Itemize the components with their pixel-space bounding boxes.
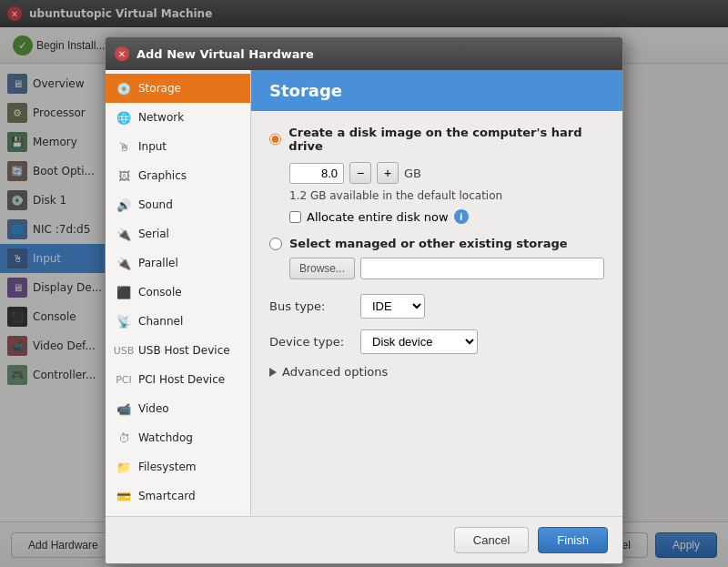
hw-item-smartcard[interactable]: 💳 Smartcard (106, 481, 250, 511)
hw-video-label: Video (138, 402, 169, 415)
hw-item-input[interactable]: 🖱 Input (106, 132, 250, 161)
input-hw-icon: 🖱 (115, 137, 133, 156)
managed-storage-label: Select managed or other existing storage (289, 237, 568, 250)
available-text: 1.2 GB available in the default location (289, 189, 604, 202)
hw-item-channel[interactable]: 📡 Channel (106, 307, 250, 336)
create-disk-radio-row: Create a disk image on the computer's ha… (269, 126, 604, 153)
hw-storage-label: Storage (138, 82, 181, 95)
disk-unit-label: GB (404, 167, 421, 180)
browse-button[interactable]: Browse... (289, 258, 355, 279)
hardware-list: 💿 Storage 🌐 Network 🖱 Input 🖼 Graphics 🔊… (106, 70, 251, 516)
device-type-label: Device type: (269, 335, 351, 349)
advanced-options-toggle[interactable]: Advanced options (269, 365, 604, 379)
dialog-footer: Cancel Finish (106, 516, 622, 563)
dialog-titlebar: ✕ Add New Virtual Hardware (106, 37, 622, 70)
console-hw-icon: ⬛ (115, 283, 133, 301)
channel-icon: 📡 (115, 312, 133, 330)
managed-storage-radio[interactable] (269, 238, 282, 250)
device-type-row: Device type: Disk device CDROM device Fl… (269, 329, 604, 354)
disk-size-input[interactable]: 8.0 (289, 163, 344, 184)
hw-console-label: Console (138, 286, 182, 299)
hw-item-pci-host[interactable]: PCI PCI Host Device (106, 365, 250, 394)
dialog-body: 💿 Storage 🌐 Network 🖱 Input 🖼 Graphics 🔊… (106, 70, 622, 516)
serial-icon: 🔌 (115, 225, 133, 243)
dialog-title: Add New Virtual Hardware (136, 47, 314, 61)
pci-host-icon: PCI (115, 370, 133, 389)
hw-item-parallel[interactable]: 🔌 Parallel (106, 248, 250, 278)
hw-serial-label: Serial (138, 228, 169, 240)
hw-item-usb-redir[interactable]: USB↔ USB Redirection (106, 511, 250, 516)
hw-item-usb-host[interactable]: USB USB Host Device (106, 336, 250, 365)
info-icon[interactable]: i (454, 209, 469, 224)
content-title: Storage (251, 70, 622, 111)
advanced-options-label: Advanced options (282, 365, 388, 379)
hw-network-label: Network (138, 111, 184, 124)
dialog-finish-button[interactable]: Finish (538, 527, 608, 553)
graphics-icon: 🖼 (115, 167, 133, 185)
watchdog-icon: ⏱ (115, 429, 133, 447)
hw-watchdog-label: Watchdog (138, 431, 193, 444)
hw-item-serial[interactable]: 🔌 Serial (106, 219, 250, 248)
parallel-icon: 🔌 (115, 254, 133, 272)
advanced-triangle-icon (269, 368, 277, 377)
managed-storage-radio-row: Select managed or other existing storage (269, 237, 604, 250)
allocate-label: Allocate entire disk now (307, 210, 449, 224)
create-disk-label: Create a disk image on the computer's ha… (288, 126, 604, 153)
hw-filesystem-label: Filesystem (138, 461, 196, 473)
allocate-checkbox[interactable] (289, 211, 301, 223)
hw-pci-host-label: PCI Host Device (138, 373, 225, 386)
hw-item-storage[interactable]: 💿 Storage (106, 74, 250, 103)
hw-item-filesystem[interactable]: 📁 Filesystem (106, 452, 250, 481)
hw-item-network[interactable]: 🌐 Network (106, 103, 250, 132)
filesystem-icon: 📁 (115, 458, 133, 476)
device-type-select[interactable]: Disk device CDROM device Floppy device (360, 329, 478, 354)
hw-input-label: Input (138, 140, 167, 153)
usb-host-icon: USB (115, 341, 133, 359)
browse-path-input[interactable] (360, 258, 604, 279)
dialog-cancel-button[interactable]: Cancel (454, 527, 529, 553)
hw-item-video[interactable]: 📹 Video (106, 394, 250, 423)
create-disk-option: Create a disk image on the computer's ha… (269, 126, 604, 224)
allocate-row: Allocate entire disk now i (289, 209, 604, 224)
hw-channel-label: Channel (138, 315, 183, 328)
add-hardware-dialog: ✕ Add New Virtual Hardware 💿 Storage 🌐 N… (105, 36, 623, 564)
hw-smartcard-label: Smartcard (138, 490, 196, 502)
hw-usb-host-label: USB Host Device (138, 344, 230, 357)
hw-sound-label: Sound (138, 198, 173, 211)
bus-type-row: Bus type: IDE SCSI SATA USB VirtIO (269, 294, 604, 319)
sound-icon: 🔊 (115, 196, 133, 214)
increase-size-button[interactable]: + (377, 162, 399, 184)
storage-icon: 💿 (115, 79, 133, 97)
hw-item-watchdog[interactable]: ⏱ Watchdog (106, 423, 250, 452)
hw-graphics-label: Graphics (138, 169, 187, 182)
network-icon: 🌐 (115, 108, 133, 127)
browse-row: Browse... (289, 258, 604, 279)
create-disk-radio[interactable] (269, 133, 281, 146)
storage-content: Storage Create a disk image on the compu… (251, 70, 622, 516)
hw-item-graphics[interactable]: 🖼 Graphics (106, 161, 250, 190)
disk-size-row: 8.0 − + GB (289, 162, 604, 184)
hw-item-console[interactable]: ⬛ Console (106, 278, 250, 307)
bus-type-label: Bus type: (269, 299, 351, 313)
dialog-close-button[interactable]: ✕ (115, 46, 129, 61)
hw-item-sound[interactable]: 🔊 Sound (106, 190, 250, 219)
bus-type-select[interactable]: IDE SCSI SATA USB VirtIO (360, 294, 425, 319)
video-hw-icon: 📹 (115, 400, 133, 418)
hw-parallel-label: Parallel (138, 257, 178, 269)
smartcard-icon: 💳 (115, 487, 133, 505)
decrease-size-button[interactable]: − (349, 162, 371, 184)
